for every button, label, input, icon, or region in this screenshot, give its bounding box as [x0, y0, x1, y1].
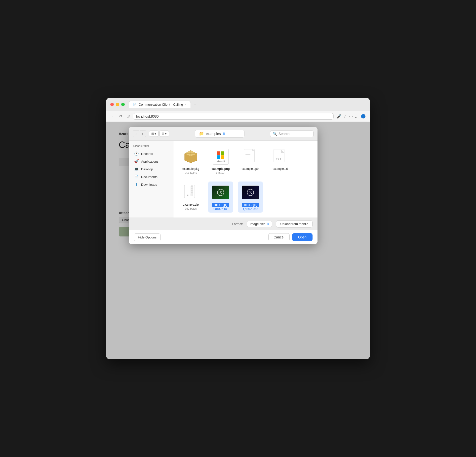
- downloads-icon: ⬇: [134, 182, 139, 187]
- icon-view-icon: ⊞: [151, 132, 154, 136]
- picker-back-button[interactable]: ‹: [133, 131, 139, 137]
- file-name-xbox2: xbox-2.jpg: [242, 203, 259, 207]
- recents-icon: 🕐: [134, 151, 139, 156]
- file-name-xbox1: xbox-1.jpg: [212, 203, 229, 207]
- file-picker-dialog: ‹ › ⊞ ▾ ⊟ ▾: [129, 127, 317, 244]
- file-meta-xbox2: 1,920×1,080: [243, 208, 258, 211]
- nav-bar: ‹ ↻ ⓘ localhost:8080 🎤 ☆ ▭ … 🔵: [106, 111, 370, 122]
- open-button[interactable]: Open: [292, 233, 313, 241]
- tab-bar: 📄 Communication Client - Calling × +: [129, 101, 198, 108]
- title-bar: 📄 Communication Client - Calling × +: [106, 98, 370, 111]
- svg-rect-8: [245, 156, 251, 156]
- picker-forward-button[interactable]: ›: [140, 131, 146, 137]
- sidebar-item-desktop[interactable]: 💻 Desktop: [130, 165, 172, 173]
- picker-body: Favorites 🕐 Recents 🚀 Applications 💻 Des…: [129, 141, 317, 218]
- file-item-pptx[interactable]: example.pptx: [238, 146, 263, 177]
- format-label: Format:: [232, 222, 243, 226]
- sidebar-item-downloads[interactable]: ⬇ Downloads: [130, 181, 172, 188]
- file-meta-pkg: 752 bytes: [185, 172, 197, 175]
- file-item-zip[interactable]: ZIP example.zip 752 bytes: [178, 182, 203, 213]
- picker-nav-buttons: ‹ ›: [133, 131, 146, 137]
- file-thumb-pkg: [182, 148, 200, 166]
- txt-icon: TXT: [273, 149, 287, 165]
- picker-action-buttons: Cancel Open: [268, 233, 313, 241]
- file-name-pkg: example.pkg: [182, 167, 199, 171]
- icon-view-down: ▾: [155, 132, 156, 136]
- browser-window: 📄 Communication Client - Calling × + ‹ ↻…: [106, 98, 370, 359]
- tab-close-button[interactable]: ×: [185, 103, 186, 106]
- file-item-png[interactable]: Microsoft example.png 216×46: [208, 146, 233, 177]
- xbox-logo-1: 𝕏: [217, 189, 224, 196]
- sidebar-item-label-applications: Applications: [141, 160, 159, 163]
- svg-text:TXT: TXT: [276, 158, 281, 161]
- xbox-logo-2: 𝕏: [247, 189, 254, 196]
- desktop-icon: 💻: [134, 167, 139, 171]
- search-icon: 🔍: [273, 132, 277, 136]
- back-button[interactable]: ‹: [110, 113, 115, 120]
- sidebar-item-documents[interactable]: 📄 Documents: [130, 173, 172, 181]
- upload-mobile-button[interactable]: Upload from mobile: [276, 220, 313, 228]
- picker-toolbar: ‹ › ⊞ ▾ ⊟ ▾: [129, 127, 317, 141]
- picker-bottom-bar: Hide Options Cancel Open: [129, 230, 317, 244]
- file-item-xbox1[interactable]: 𝕏 xbox-1.jpg 3,840×2,160: [208, 182, 233, 213]
- ms-logo: [217, 151, 224, 159]
- ms-text: Microsoft: [217, 160, 225, 162]
- format-selector[interactable]: Image files ⇅: [247, 221, 272, 227]
- file-item-txt[interactable]: TXT example.txt: [268, 146, 293, 177]
- star-icon[interactable]: ☆: [344, 114, 347, 119]
- close-traffic-light[interactable]: [110, 103, 114, 106]
- files-grid: example.pkg 752 bytes: [178, 146, 313, 213]
- applications-icon: 🚀: [134, 159, 139, 164]
- sidebar-icon[interactable]: ▭: [349, 114, 353, 119]
- picker-search-box[interactable]: 🔍: [270, 130, 314, 137]
- active-tab[interactable]: 📄 Communication Client - Calling ×: [129, 101, 191, 108]
- nav-actions: 🎤 ☆ ▭ … 🔵: [337, 114, 366, 119]
- file-item-pkg[interactable]: example.pkg 752 bytes: [178, 146, 203, 177]
- ms-yellow-square: [221, 155, 224, 159]
- svg-rect-15: [191, 186, 193, 187]
- minimize-traffic-light[interactable]: [116, 103, 119, 106]
- file-meta-png: 216×46: [216, 172, 225, 175]
- more-icon[interactable]: …: [355, 114, 359, 119]
- file-thumb-txt: TXT: [271, 148, 289, 166]
- hide-options-button[interactable]: Hide Options: [134, 233, 161, 241]
- info-button[interactable]: ⓘ: [127, 114, 130, 119]
- svg-rect-17: [191, 190, 193, 191]
- svg-rect-7: [245, 154, 250, 155]
- list-view-down: ▾: [165, 132, 167, 136]
- format-arrows-icon: ⇅: [267, 222, 269, 226]
- file-thumb-zip: ZIP: [182, 183, 200, 201]
- address-bar[interactable]: localhost:8080: [133, 113, 334, 120]
- cancel-button[interactable]: Cancel: [268, 233, 290, 241]
- picker-location: 📁 examples ⇅: [172, 130, 267, 137]
- sidebar-section-label: Favorites: [129, 145, 173, 150]
- new-tab-button[interactable]: +: [192, 102, 198, 107]
- picker-view-buttons: ⊞ ▾ ⊟ ▾: [149, 131, 169, 137]
- location-text: examples: [206, 132, 221, 136]
- picker-list-view-button[interactable]: ⊟ ▾: [159, 131, 169, 137]
- list-view-icon: ⊟: [162, 132, 164, 136]
- picker-sidebar: Favorites 🕐 Recents 🚀 Applications 💻 Des…: [129, 141, 173, 218]
- file-meta-zip: 752 bytes: [185, 207, 197, 210]
- sidebar-item-applications[interactable]: 🚀 Applications: [130, 158, 172, 165]
- profile-icon[interactable]: 🔵: [361, 114, 366, 119]
- picker-icon-view-button[interactable]: ⊞ ▾: [149, 131, 159, 137]
- reload-button[interactable]: ↻: [118, 113, 124, 120]
- picker-footer: Format: Image files ⇅ Upload from mobile: [129, 218, 317, 230]
- search-input[interactable]: [278, 132, 311, 136]
- pkg-icon: [183, 149, 198, 164]
- sidebar-item-recents[interactable]: 🕐 Recents: [130, 150, 172, 157]
- tab-title: Communication Client - Calling: [139, 103, 183, 106]
- sidebar-item-label-desktop: Desktop: [141, 167, 153, 171]
- picker-files-area: example.pkg 752 bytes: [173, 141, 317, 218]
- ms-blue-square: [217, 155, 220, 159]
- location-selector[interactable]: 📁 examples ⇅: [195, 130, 244, 137]
- maximize-traffic-light[interactable]: [121, 103, 125, 106]
- ms-green-square: [221, 151, 224, 155]
- file-meta-xbox1: 3,840×2,160: [213, 208, 228, 211]
- file-item-xbox2[interactable]: 𝕏 xbox-2.jpg 1,920×1,080: [238, 182, 263, 213]
- png-preview: Microsoft: [213, 149, 229, 165]
- xbox2-preview: 𝕏: [242, 185, 259, 199]
- mic-icon[interactable]: 🎤: [337, 114, 342, 119]
- file-name-png: example.png: [211, 167, 230, 171]
